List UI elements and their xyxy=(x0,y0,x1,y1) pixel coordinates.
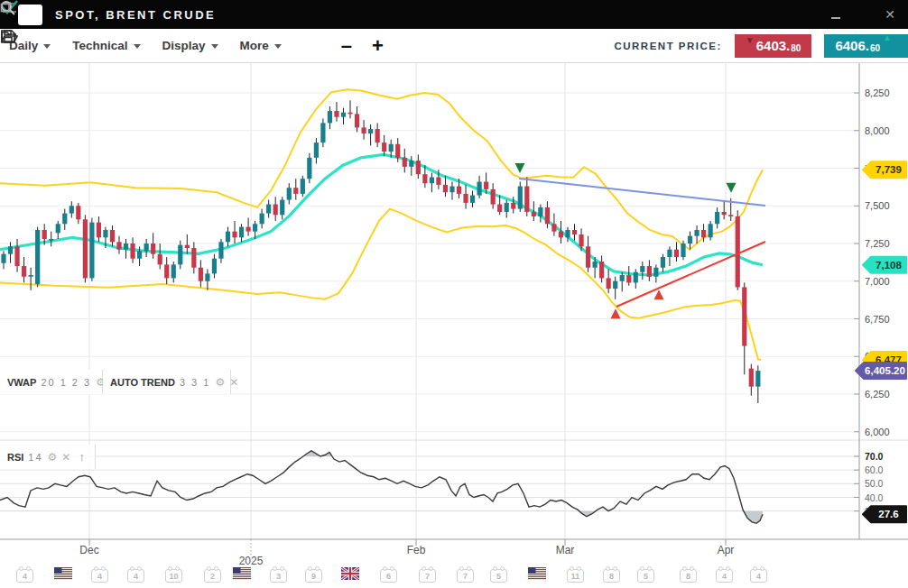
candle xyxy=(29,275,33,277)
candle xyxy=(470,196,475,203)
flag-us-icon[interactable] xyxy=(528,567,546,580)
candle xyxy=(287,188,292,199)
candle xyxy=(320,123,325,142)
calendar-event-icon[interactable]: 11 xyxy=(567,569,584,583)
indicator-legend-autotrend: AUTO TREND 3 3 1 ⚙ ✕ xyxy=(103,370,231,394)
rsi-remove-icon[interactable]: ✕ xyxy=(61,451,70,464)
candle xyxy=(239,227,244,238)
zoom-in-icon[interactable]: + xyxy=(372,37,384,55)
popout-icon[interactable] xyxy=(856,7,870,22)
menu-technical[interactable]: Technical xyxy=(72,39,140,52)
calendar-event-icon[interactable]: 2 xyxy=(204,569,221,583)
indicator-legend-vwap: VWAP 20 1 2 3 ⚙ ✕ xyxy=(0,370,103,394)
flag-us-icon[interactable] xyxy=(233,567,251,580)
candle xyxy=(97,223,101,238)
candle xyxy=(191,248,196,268)
candle xyxy=(749,369,754,387)
candle xyxy=(532,212,536,216)
candle xyxy=(436,178,440,185)
vwap-label: VWAP xyxy=(7,377,36,388)
rsi-params: 14 xyxy=(28,452,42,463)
menu-more-label: More xyxy=(240,39,269,52)
calendar-event-icon[interactable]: 7 xyxy=(419,569,436,583)
candle xyxy=(301,179,305,194)
gridlines xyxy=(0,63,908,539)
calendar-event-icon[interactable]: 8 xyxy=(680,569,697,583)
candle xyxy=(368,129,373,133)
flag-uk-icon[interactable] xyxy=(341,567,359,580)
calendar-event-icon[interactable]: 7 xyxy=(457,569,474,583)
rsi-tick-label: 70.0 xyxy=(865,451,884,462)
candle xyxy=(491,189,496,205)
candle xyxy=(524,187,529,212)
ask-price-badge: 6406. 60 ▲ xyxy=(824,34,908,58)
minimize-icon[interactable] xyxy=(829,7,843,22)
candle xyxy=(667,250,672,257)
bid-price-badge: ▼ 6403. 80 xyxy=(735,34,812,58)
arrow-down-icon: ▼ xyxy=(746,35,755,45)
menu-technical-label: Technical xyxy=(72,39,127,52)
candle xyxy=(551,224,556,231)
app-logo-icon xyxy=(18,5,42,25)
candle xyxy=(722,212,727,215)
titlebar: SPOT, BRENT CRUDE ✕ xyxy=(0,0,908,29)
calendar-event-icon[interactable]: 10 xyxy=(165,569,182,583)
calendar-event-icon[interactable]: 4 xyxy=(127,569,144,583)
candle xyxy=(457,187,461,194)
autotrend-settings-icon[interactable]: ⚙ xyxy=(215,376,225,389)
candle xyxy=(110,230,115,242)
candle xyxy=(103,230,107,237)
candle xyxy=(449,187,454,193)
calendar-event-icon[interactable]: 3 xyxy=(270,569,287,583)
candle xyxy=(559,232,563,238)
candle xyxy=(116,242,121,249)
candle xyxy=(661,257,665,268)
calendar-event-icon[interactable]: 4 xyxy=(750,569,767,583)
candle xyxy=(355,114,359,127)
axis-price-badge: 6,405.20 xyxy=(856,363,906,379)
candle xyxy=(511,203,515,209)
candle xyxy=(538,207,542,216)
rsi-settings-icon[interactable]: ⚙ xyxy=(48,451,58,464)
calendar-event-icon[interactable]: 8 xyxy=(603,569,620,583)
chevron-down-icon xyxy=(211,44,218,49)
window-controls: ✕ xyxy=(829,7,897,22)
candle xyxy=(266,205,271,214)
candle xyxy=(579,234,583,246)
candle xyxy=(1,254,5,263)
price-chart[interactable]: 8,2508,0007,7507,5007,2507,0006,7506,500… xyxy=(0,63,908,588)
candle xyxy=(314,142,319,158)
autotrend-remove-icon[interactable]: ✕ xyxy=(229,376,238,389)
rsi-tick-label: 40.0 xyxy=(865,492,884,503)
calendar-event-icon[interactable]: 4 xyxy=(91,569,108,583)
candle xyxy=(8,246,13,253)
rsi-tick-label: 50.0 xyxy=(865,478,884,489)
bid-price-decimals: 80 xyxy=(791,43,801,53)
candle xyxy=(328,111,332,123)
calendar-event-icon[interactable]: 5 xyxy=(490,569,507,583)
candle xyxy=(62,214,67,225)
month-label: 2025 xyxy=(239,555,264,567)
calendar-event-icon[interactable]: 4 xyxy=(716,569,733,583)
calendar-event-icon[interactable]: 9 xyxy=(305,569,322,583)
candle xyxy=(742,287,746,345)
svg-text:6,405.20: 6,405.20 xyxy=(865,365,905,376)
close-icon[interactable]: ✕ xyxy=(883,7,897,22)
candle xyxy=(430,178,434,184)
candle xyxy=(171,264,176,278)
flag-us-icon[interactable] xyxy=(54,567,72,580)
calendar-event-icon[interactable]: 6 xyxy=(380,569,397,583)
rsi-label: RSI xyxy=(7,452,23,463)
calendar-event-icon[interactable]: 5 xyxy=(637,569,654,583)
candle xyxy=(226,232,230,243)
menu-more[interactable]: More xyxy=(240,39,282,52)
rsi-expand-icon[interactable]: ↑ xyxy=(79,450,85,464)
zoom-out-icon[interactable]: – xyxy=(341,37,352,55)
candle xyxy=(701,230,706,237)
candle xyxy=(144,243,149,251)
candle xyxy=(518,187,523,209)
menu-display[interactable]: Display xyxy=(162,39,218,52)
calendar-event-icon[interactable]: 4 xyxy=(16,569,33,583)
month-label: Feb xyxy=(407,544,426,556)
trading-app-window: { "window": { "title": "SPOT, BRENT CRUD… xyxy=(0,0,908,588)
